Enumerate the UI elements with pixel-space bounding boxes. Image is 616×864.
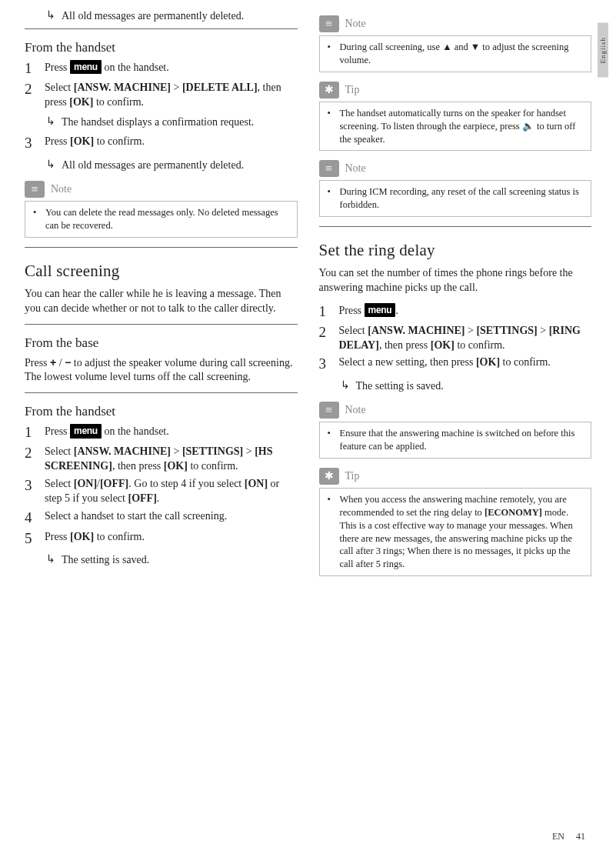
step: 3 Press [OK] to confirm. <box>25 135 298 152</box>
step-number: 1 <box>319 303 331 321</box>
arrow-icon: ↳ <box>46 158 55 173</box>
section-heading: From the handset <box>25 40 298 55</box>
arrow-icon: ↳ <box>341 379 350 394</box>
page-content: ↳ All old messages are permanently delet… <box>0 0 616 585</box>
section-heading: From the handset <box>25 404 298 419</box>
tip-text: The handset automatically turns on the s… <box>340 107 584 146</box>
step-text: Press [OK] to confirm. <box>45 530 145 548</box>
result-text: All old messages are permanently deleted… <box>62 9 244 24</box>
note-icon <box>319 402 339 419</box>
section-body: Press + / − to adjust the speaker volume… <box>25 355 298 385</box>
step-number: 1 <box>25 60 37 78</box>
arrow-icon: ↳ <box>46 553 55 568</box>
step-number: 2 <box>319 324 331 353</box>
tip-box: •When you access the answering machine r… <box>319 488 592 576</box>
step-number: 1 <box>25 424 37 442</box>
note-icon <box>319 15 339 32</box>
step-text: Press menu on the handset. <box>45 424 169 442</box>
section-heading: Call screening <box>25 262 298 281</box>
result-text: The setting is saved. <box>356 379 444 394</box>
menu-button-graphic: menu <box>70 424 102 438</box>
tip-icon <box>319 82 339 98</box>
step-list: 1 Press menu on the handset. 2 Select [A… <box>25 424 298 547</box>
note-icon <box>319 160 339 177</box>
note-box: •You can delete the read messages only. … <box>25 201 298 238</box>
tip-callout: Tip •The handset automatically turns on … <box>319 82 592 152</box>
note-text: During call screening, use ▲ and ▼ to ad… <box>340 41 584 67</box>
tip-label: Tip <box>345 84 360 96</box>
step-text: Select [ANSW. MACHINE] > [SETTINGS] > [H… <box>45 445 298 474</box>
step-list: 1 Press menu. 2 Select [ANSW. MACHINE] >… <box>319 303 592 373</box>
result-text: The handset displays a confirmation requ… <box>62 115 254 130</box>
step-number: 3 <box>25 135 37 152</box>
note-icon <box>25 181 45 198</box>
note-callout: Note •You can delete the read messages o… <box>25 181 298 238</box>
step: 2 Select [ANSW. MACHINE] > [DELETE ALL],… <box>25 81 298 110</box>
step-number: 2 <box>25 445 37 474</box>
tip-label: Tip <box>345 470 360 482</box>
step: 1 Press menu on the handset. <box>25 60 298 78</box>
step-number: 5 <box>25 530 37 548</box>
right-column: Note •During call screening, use ▲ and ▼… <box>319 8 592 585</box>
step-text: Select [ANSW. MACHINE] > [SETTINGS] > [R… <box>339 324 592 353</box>
arrow-icon: ↳ <box>46 115 55 130</box>
step-number: 4 <box>25 509 37 527</box>
step: 2 Select [ANSW. MACHINE] > [SETTINGS] > … <box>319 324 592 353</box>
result-text: The setting is saved. <box>62 553 149 568</box>
result-item: ↳ The handset displays a confirmation re… <box>25 115 298 130</box>
step-list: 1 Press menu on the handset. 2 Select [A… <box>25 60 298 110</box>
section-heading: Set the ring delay <box>319 241 592 260</box>
note-text: During ICM recording, any reset of the c… <box>340 185 584 212</box>
result-item: ↳ The setting is saved. <box>25 553 298 568</box>
tip-text: When you access the answering machine re… <box>340 493 584 571</box>
step-number: 3 <box>319 355 331 373</box>
tip-icon <box>319 468 339 485</box>
step-text: Select a handset to start the call scree… <box>45 509 227 527</box>
step: 1 Press menu. <box>319 303 592 321</box>
section-body: You can set the number of times the phon… <box>319 266 592 295</box>
note-box: •During ICM recording, any reset of the … <box>319 180 592 217</box>
result-item: ↳ All old messages are permanently delet… <box>25 158 298 173</box>
divider <box>319 226 592 227</box>
step: 5 Press [OK] to confirm. <box>25 530 298 548</box>
step-text: Press [OK] to confirm. <box>45 135 145 152</box>
menu-button-graphic: menu <box>70 60 102 74</box>
note-box: •During call screening, use ▲ and ▼ to a… <box>319 35 592 72</box>
arrow-icon: ↳ <box>46 9 55 24</box>
note-text: Ensure that the answering machine is swi… <box>340 427 584 453</box>
divider <box>25 324 298 325</box>
step: 2 Select [ANSW. MACHINE] > [SETTINGS] > … <box>25 445 298 474</box>
tip-box: •The handset automatically turns on the … <box>319 102 592 152</box>
page-footer: EN 41 <box>552 831 585 842</box>
note-box: •Ensure that the answering machine is sw… <box>319 422 592 459</box>
note-label: Note <box>345 404 366 416</box>
note-callout: Note •Ensure that the answering machine … <box>319 402 592 459</box>
footer-page-number: 41 <box>576 831 585 842</box>
step-text: Select a new setting, then press [OK] to… <box>339 355 551 373</box>
note-label: Note <box>51 183 72 195</box>
step-number: 2 <box>25 81 37 110</box>
result-item: ↳ All old messages are permanently delet… <box>25 9 298 24</box>
step-text: Select [ANSW. MACHINE] > [DELETE ALL], t… <box>45 81 298 110</box>
note-callout: Note •During ICM recording, any reset of… <box>319 160 592 217</box>
step-list: 3 Press [OK] to confirm. <box>25 135 298 152</box>
step: 1 Press menu on the handset. <box>25 424 298 442</box>
step-text: Press menu on the handset. <box>45 60 169 78</box>
result-item: ↳ The setting is saved. <box>319 379 592 394</box>
step: 3 Select [ON]/[OFF]. Go to step 4 if you… <box>25 477 298 506</box>
result-text: All old messages are permanently deleted… <box>62 158 244 173</box>
step-number: 3 <box>25 477 37 506</box>
language-tab: English <box>598 23 608 78</box>
section-heading: From the base <box>25 335 298 351</box>
divider <box>25 28 298 29</box>
divider <box>25 247 298 248</box>
step: 4 Select a handset to start the call scr… <box>25 509 298 527</box>
note-label: Note <box>345 162 366 175</box>
step: 3 Select a new setting, then press [OK] … <box>319 355 592 373</box>
step-text: Select [ON]/[OFF]. Go to step 4 if you s… <box>45 477 298 506</box>
note-text: You can delete the read messages only. N… <box>45 206 289 232</box>
tip-callout: Tip •When you access the answering machi… <box>319 468 592 576</box>
note-label: Note <box>345 18 366 30</box>
divider <box>25 392 298 393</box>
section-body: You can hear the caller while he is leav… <box>25 287 298 316</box>
